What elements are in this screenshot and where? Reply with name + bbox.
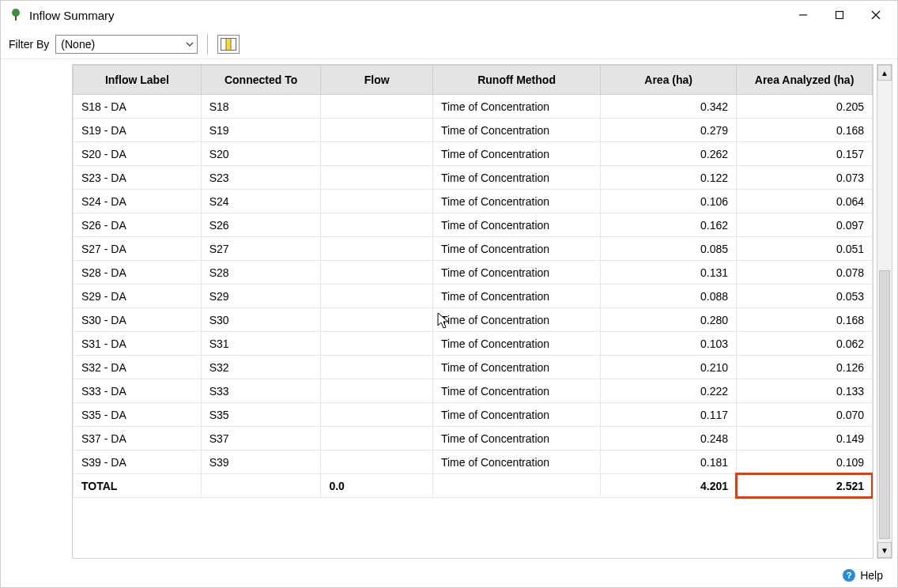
cell-flow[interactable]	[321, 450, 433, 474]
help-link[interactable]: Help	[860, 569, 883, 582]
cell-inflow-label[interactable]: S29 - DA	[74, 285, 202, 308]
table-row[interactable]: S26 - DAS26Time of Concentration0.1620.0…	[74, 213, 873, 237]
cell-inflow-label[interactable]: S28 - DA	[74, 261, 202, 285]
cell-area[interactable]: 0.122	[601, 166, 737, 190]
cell-runoff-method[interactable]: Time of Concentration	[432, 332, 600, 356]
table-row[interactable]: S19 - DAS19Time of Concentration0.2790.1…	[74, 119, 873, 142]
cell-area-analyzed[interactable]: 0.126	[737, 356, 873, 379]
col-area[interactable]: Area (ha)	[601, 66, 737, 95]
cell-inflow-label[interactable]: S35 - DA	[74, 403, 202, 427]
cell-runoff-method[interactable]: Time of Concentration	[432, 450, 600, 474]
cell-flow[interactable]	[321, 166, 433, 190]
help-icon[interactable]: ?	[843, 569, 855, 582]
cell-connected-to[interactable]: S31	[201, 332, 321, 356]
cell-runoff-method[interactable]: Time of Concentration	[432, 356, 600, 379]
cell-flow[interactable]	[321, 237, 433, 261]
cell-flow[interactable]	[321, 285, 433, 308]
cell-inflow-label[interactable]: S20 - DA	[74, 142, 202, 166]
cell-area-analyzed[interactable]: 0.205	[737, 95, 873, 119]
cell-runoff-method[interactable]: Time of Concentration	[432, 237, 600, 261]
cell-area[interactable]: 0.262	[601, 142, 737, 166]
filter-by-select[interactable]: (None)	[55, 35, 198, 54]
table-row[interactable]: S32 - DAS32Time of Concentration0.2100.1…	[74, 356, 873, 379]
cell-inflow-label[interactable]: S39 - DA	[74, 450, 202, 474]
cell-runoff-method[interactable]: Time of Concentration	[432, 427, 600, 450]
cell-flow[interactable]	[321, 356, 433, 379]
cell-connected-to[interactable]: S29	[201, 285, 321, 308]
table-total-row[interactable]: TOTAL0.04.2012.521	[74, 474, 873, 498]
cell-inflow-label[interactable]: S24 - DA	[74, 190, 202, 213]
cell-connected-to[interactable]: S27	[201, 237, 321, 261]
cell-area[interactable]: 0.280	[601, 308, 737, 332]
cell-inflow-label[interactable]: S30 - DA	[74, 308, 202, 332]
table-row[interactable]: S39 - DAS39Time of Concentration0.1810.1…	[74, 450, 873, 474]
cell-runoff-method[interactable]: Time of Concentration	[432, 119, 600, 142]
cell-flow[interactable]	[321, 308, 433, 332]
cell-area-analyzed[interactable]: 0.149	[737, 427, 873, 450]
vertical-scrollbar[interactable]: ▲ ▼	[877, 64, 892, 559]
table-row[interactable]: S37 - DAS37Time of Concentration0.2480.1…	[74, 427, 873, 450]
cell-flow[interactable]	[321, 119, 433, 142]
cell-connected-to[interactable]: S19	[201, 119, 321, 142]
cell-runoff-method[interactable]: Time of Concentration	[432, 190, 600, 213]
cell-connected-to[interactable]: S23	[201, 166, 321, 190]
table-row[interactable]: S27 - DAS27Time of Concentration0.0850.0…	[74, 237, 873, 261]
cell-flow[interactable]	[321, 403, 433, 427]
table-row[interactable]: S30 - DAS30Time of Concentration0.2800.1…	[74, 308, 873, 332]
cell-area[interactable]: 0.279	[601, 119, 737, 142]
cell-connected-to[interactable]: S32	[201, 356, 321, 379]
scroll-up-button[interactable]: ▲	[877, 65, 892, 81]
cell-connected-to[interactable]: S37	[201, 427, 321, 450]
table-row[interactable]: S28 - DAS28Time of Concentration0.1310.0…	[74, 261, 873, 285]
cell-runoff-method[interactable]: Time of Concentration	[432, 285, 600, 308]
cell-area[interactable]: 0.222	[601, 379, 737, 403]
cell-inflow-label[interactable]: S33 - DA	[74, 379, 202, 403]
cell-area-analyzed[interactable]: 0.062	[737, 332, 873, 356]
col-area-analyzed[interactable]: Area Analyzed (ha)	[737, 66, 873, 95]
cell-area-analyzed[interactable]: 0.097	[737, 213, 873, 237]
cell-runoff-method[interactable]: Time of Concentration	[432, 379, 600, 403]
close-button[interactable]	[858, 2, 894, 28]
cell-connected-to[interactable]: S33	[201, 379, 321, 403]
cell-runoff-method[interactable]: Time of Concentration	[432, 142, 600, 166]
cell-flow[interactable]	[321, 190, 433, 213]
cell-flow[interactable]	[321, 379, 433, 403]
cell-area-analyzed[interactable]: 0.053	[737, 285, 873, 308]
cell-area-analyzed[interactable]: 0.070	[737, 403, 873, 427]
cell-connected-to[interactable]: S26	[201, 213, 321, 237]
cell-inflow-label[interactable]: S32 - DA	[74, 356, 202, 379]
col-runoff-method[interactable]: Runoff Method	[432, 66, 600, 95]
inflow-table[interactable]: Inflow Label Connected To Flow Runoff Me…	[73, 65, 873, 498]
cell-runoff-method[interactable]: Time of Concentration	[432, 308, 600, 332]
col-connected-to[interactable]: Connected To	[201, 66, 321, 95]
cell-flow[interactable]	[321, 332, 433, 356]
cell-area[interactable]: 0.085	[601, 237, 737, 261]
cell-flow[interactable]	[321, 213, 433, 237]
cell-area-analyzed[interactable]: 0.051	[737, 237, 873, 261]
columns-button[interactable]	[217, 35, 240, 54]
cell-connected-to[interactable]: S39	[201, 450, 321, 474]
cell-flow[interactable]	[321, 261, 433, 285]
col-flow[interactable]: Flow	[321, 66, 433, 95]
table-row[interactable]: S35 - DAS35Time of Concentration0.1170.0…	[74, 403, 873, 427]
cell-area[interactable]: 0.131	[601, 261, 737, 285]
cell-area-analyzed[interactable]: 0.073	[737, 166, 873, 190]
cell-connected-to[interactable]: S28	[201, 261, 321, 285]
cell-inflow-label[interactable]: S31 - DA	[74, 332, 202, 356]
col-inflow-label[interactable]: Inflow Label	[74, 66, 202, 95]
cell-inflow-label[interactable]: S26 - DA	[74, 213, 202, 237]
cell-connected-to[interactable]: S24	[201, 190, 321, 213]
cell-inflow-label[interactable]: S19 - DA	[74, 119, 202, 142]
cell-area[interactable]: 0.088	[601, 285, 737, 308]
cell-area[interactable]: 0.210	[601, 356, 737, 379]
table-row[interactable]: S23 - DAS23Time of Concentration0.1220.0…	[74, 166, 873, 190]
cell-area[interactable]: 0.342	[601, 95, 737, 119]
cell-runoff-method[interactable]: Time of Concentration	[432, 403, 600, 427]
cell-runoff-method[interactable]: Time of Concentration	[432, 213, 600, 237]
cell-inflow-label[interactable]: S37 - DA	[74, 427, 202, 450]
cell-inflow-label[interactable]: S23 - DA	[74, 166, 202, 190]
cell-connected-to[interactable]: S20	[201, 142, 321, 166]
cell-connected-to[interactable]: S30	[201, 308, 321, 332]
titlebar[interactable]: Inflow Summary	[1, 1, 897, 29]
cell-area-analyzed[interactable]: 0.109	[737, 450, 873, 474]
